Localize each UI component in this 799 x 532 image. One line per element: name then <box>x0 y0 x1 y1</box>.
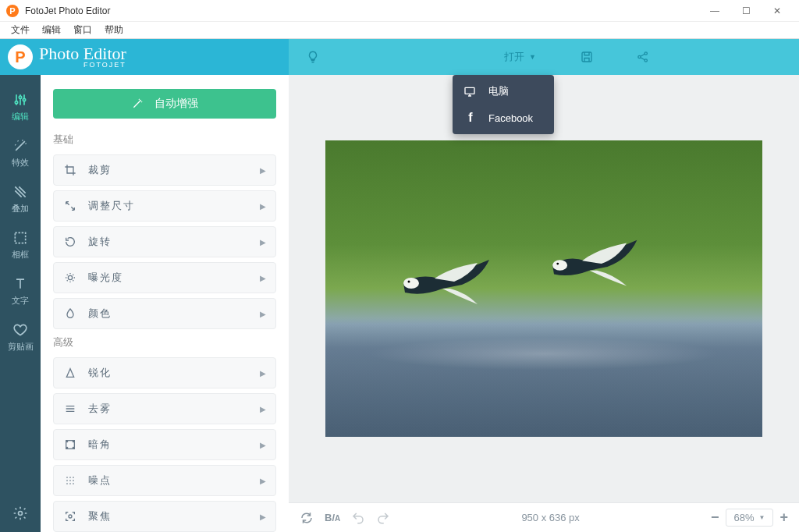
save-button[interactable] <box>574 47 600 67</box>
tool-exposure[interactable]: 曝光度 ▶ <box>53 262 276 293</box>
sidebar-clipart-label: 剪贴画 <box>8 341 34 353</box>
tool-dehaze[interactable]: 去雾 ▶ <box>53 393 276 424</box>
computer-icon <box>463 86 478 97</box>
svg-point-2 <box>645 52 647 55</box>
chevron-right-icon: ▶ <box>260 405 266 413</box>
minimize-button[interactable]: — <box>699 0 730 22</box>
chevron-right-icon: ▶ <box>260 441 266 449</box>
zoom-in-button[interactable]: + <box>779 509 788 526</box>
svg-point-3 <box>645 59 647 62</box>
tool-resize[interactable]: 调整尺寸 ▶ <box>53 190 276 222</box>
text-icon <box>12 276 28 292</box>
redo-button[interactable] <box>376 511 390 525</box>
share-button[interactable] <box>630 47 656 67</box>
dehaze-icon <box>63 403 77 415</box>
tool-sharpen[interactable]: 锐化 ▶ <box>53 357 276 388</box>
chevron-right-icon: ▶ <box>260 310 266 318</box>
crop-icon <box>63 164 77 176</box>
gear-icon <box>12 505 28 521</box>
menu-window[interactable]: 窗口 <box>67 22 98 38</box>
menu-help[interactable]: 帮助 <box>98 22 130 38</box>
section-advanced: 高级 <box>53 335 276 349</box>
sidebar-item-text[interactable]: 文字 <box>0 268 41 314</box>
svg-rect-8 <box>15 232 25 243</box>
tools-panel: 自动增强 基础 裁剪 ▶ 调整尺寸 ▶ 旋转 ▶ 曝光度 ▶ 颜色 ▶ 高级 <box>41 75 289 532</box>
svg-point-28 <box>552 260 567 270</box>
menu-file[interactable]: 文件 <box>5 22 36 38</box>
sidebar-edit-label: 编辑 <box>12 111 29 122</box>
tool-focus[interactable]: 聚焦 ▶ <box>53 501 276 532</box>
window-title: FotoJet Photo Editor <box>25 5 699 16</box>
vignette-icon <box>63 438 77 451</box>
section-basic: 基础 <box>53 133 276 147</box>
tool-exposure-label: 曝光度 <box>88 271 260 285</box>
redo-icon <box>376 511 390 525</box>
sidebar-item-effect[interactable]: 特效 <box>0 130 41 176</box>
undo-button[interactable] <box>351 511 365 525</box>
sparkle-icon <box>131 98 144 110</box>
image-canvas[interactable] <box>325 140 762 437</box>
compare-button[interactable]: B/A <box>325 512 340 523</box>
svg-point-14 <box>66 447 67 448</box>
svg-point-15 <box>73 447 73 448</box>
rotate-icon <box>63 236 77 248</box>
tool-color[interactable]: 颜色 ▶ <box>53 298 276 329</box>
tool-vignette[interactable]: 暗角 ▶ <box>53 429 276 460</box>
undo-icon <box>351 511 365 525</box>
tool-resize-label: 调整尺寸 <box>88 199 260 213</box>
open-from-facebook[interactable]: f Facebook <box>453 105 554 131</box>
hint-button[interactable] <box>300 47 326 67</box>
color-icon <box>63 307 77 320</box>
zoom-value-label: 68% <box>734 512 755 523</box>
svg-rect-0 <box>582 52 591 62</box>
maximize-button[interactable]: ☐ <box>730 0 762 22</box>
app-body: 电脑 f Facebook 编辑 特效 叠加 相框 文字 剪 <box>0 75 799 532</box>
menubar: 文件 编辑 窗口 帮助 <box>0 22 799 39</box>
refresh-button[interactable] <box>300 511 314 525</box>
chevron-right-icon: ▶ <box>260 512 266 521</box>
logo-area: P Photo Editor FOTOJET <box>0 39 289 75</box>
tool-noise[interactable]: 噪点 ▶ <box>53 465 276 496</box>
tool-sharpen-label: 锐化 <box>88 366 260 380</box>
svg-point-1 <box>638 55 641 58</box>
menu-edit[interactable]: 编辑 <box>36 22 67 38</box>
app-logo-icon: P <box>6 5 19 17</box>
svg-rect-4 <box>465 87 474 94</box>
auto-enhance-button[interactable]: 自动增强 <box>53 89 276 119</box>
svg-point-9 <box>19 512 23 516</box>
sidebar-settings[interactable] <box>12 495 28 532</box>
tool-crop[interactable]: 裁剪 ▶ <box>53 154 276 186</box>
zoom-value-dropdown[interactable]: 68% ▼ <box>726 509 774 527</box>
tool-vignette-label: 暗角 <box>88 438 260 452</box>
open-from-computer[interactable]: 电脑 <box>453 78 554 105</box>
chevron-right-icon: ▶ <box>260 166 266 175</box>
svg-point-20 <box>69 480 71 481</box>
resize-icon <box>63 200 77 212</box>
chevron-right-icon: ▶ <box>260 369 266 378</box>
open-dropdown-menu: 电脑 f Facebook <box>453 75 554 134</box>
sidebar-item-frame[interactable]: 相框 <box>0 222 41 268</box>
close-button[interactable]: ✕ <box>762 0 793 22</box>
sidebar-item-clipart[interactable]: 剪贴画 <box>0 314 41 360</box>
canvas-viewport[interactable] <box>289 75 799 502</box>
open-computer-label: 电脑 <box>488 84 509 98</box>
image-dimensions: 950 x 636 px <box>401 512 700 523</box>
open-dropdown-button[interactable]: 打开 ▼ <box>496 45 544 69</box>
sidebar-item-overlay[interactable]: 叠加 <box>0 176 41 222</box>
save-icon <box>580 50 594 64</box>
svg-point-22 <box>66 483 68 484</box>
chevron-right-icon: ▶ <box>260 477 266 485</box>
sliders-icon <box>12 92 28 108</box>
svg-point-13 <box>73 441 73 442</box>
facebook-icon: f <box>463 111 478 125</box>
sidebar-item-edit[interactable]: 编辑 <box>0 84 41 130</box>
noise-icon <box>63 474 77 487</box>
zoom-out-button[interactable]: − <box>711 509 719 526</box>
frame-icon <box>12 230 28 246</box>
compare-icon: B/A <box>325 512 340 523</box>
share-icon <box>636 50 650 64</box>
tool-rotate[interactable]: 旋转 ▶ <box>53 226 276 257</box>
exposure-icon <box>63 271 77 284</box>
auto-enhance-label: 自动增强 <box>154 97 198 111</box>
svg-point-27 <box>408 281 410 283</box>
